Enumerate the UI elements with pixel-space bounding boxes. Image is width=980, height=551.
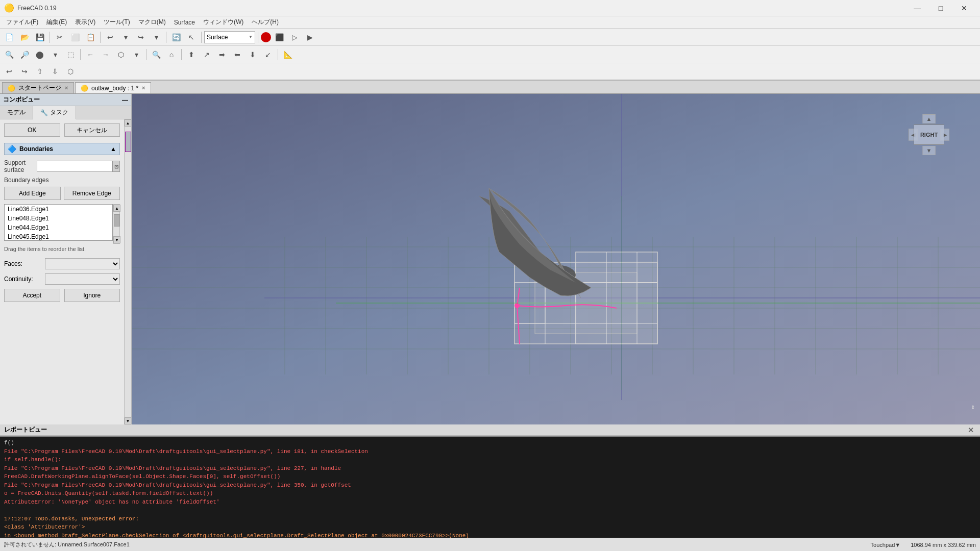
- view-right[interactable]: ➡: [215, 47, 229, 62]
- stop-button[interactable]: ⬛: [272, 30, 286, 44]
- nav-back[interactable]: ←: [83, 47, 97, 62]
- faces-select[interactable]: [45, 258, 120, 269]
- workbench-dropdown[interactable]: Surface: [204, 31, 255, 43]
- continuity-label: Continuity:: [4, 276, 45, 283]
- nav-home[interactable]: ⬡: [114, 47, 128, 62]
- nav-forward[interactable]: →: [99, 47, 113, 62]
- panel-scroll-thumb[interactable]: [125, 132, 131, 152]
- report-close-button[interactable]: ✕: [966, 425, 976, 435]
- open-button[interactable]: 📂: [17, 30, 32, 44]
- sketch-btn4[interactable]: ⇩: [48, 64, 62, 79]
- continuity-select[interactable]: [45, 273, 120, 285]
- panel-inner: OK キャンセル 🔷 Boundaries ▲ Suppor: [0, 119, 124, 424]
- menu-surface[interactable]: Surface: [170, 18, 199, 27]
- panel-scroll-up[interactable]: ▲: [125, 119, 132, 127]
- edge-list[interactable]: Line036.Edge1 Line048.Edge1 Line044.Edge…: [4, 204, 113, 241]
- edge-list-item-0[interactable]: Line036.Edge1: [5, 205, 112, 214]
- touchpad-indicator[interactable]: Touchpad▼: [871, 542, 901, 548]
- remove-edge-button[interactable]: Remove Edge: [64, 187, 120, 200]
- view-top[interactable]: ⬆: [184, 47, 199, 62]
- save-button[interactable]: 💾: [33, 30, 47, 44]
- panel-tab-task[interactable]: 🔧 タスク: [33, 106, 76, 119]
- status-text: 許可されていません: Unnamed.Surface007.Face1: [4, 541, 871, 548]
- ok-button[interactable]: OK: [4, 123, 60, 137]
- add-edge-button[interactable]: Add Edge: [4, 187, 61, 200]
- edge-scroll-thumb[interactable]: [114, 214, 120, 227]
- refresh-button[interactable]: 🔄: [169, 30, 183, 44]
- sketch-btn2[interactable]: ↪: [17, 64, 32, 79]
- panel-tab-model[interactable]: モデル: [0, 106, 33, 119]
- redo-button[interactable]: ↪: [134, 30, 148, 44]
- edge-list-item-1[interactable]: Line048.Edge1: [5, 214, 112, 223]
- window-controls: — □ ✕: [905, 0, 976, 16]
- cube-face-right[interactable]: RIGHT: [914, 124, 944, 145]
- tab-outlaw-close[interactable]: ✕: [141, 85, 145, 91]
- record-button[interactable]: [261, 32, 271, 42]
- report-view[interactable]: f() File "C:\Program Files\FreeCAD 0.19\…: [0, 436, 980, 538]
- redo-dropdown[interactable]: ▾: [149, 30, 163, 44]
- ignore-button[interactable]: Ignore: [64, 289, 120, 302]
- sketch-btn1[interactable]: ↩: [2, 64, 16, 79]
- undo-button[interactable]: ↩: [103, 30, 117, 44]
- cancel-button[interactable]: キャンセル: [64, 123, 120, 137]
- copy-button[interactable]: ⬜: [68, 30, 82, 44]
- menu-window[interactable]: ウィンドウ(W): [199, 17, 248, 28]
- toolbar-sep-4: [201, 32, 202, 43]
- bounding-box[interactable]: ⬚: [63, 47, 78, 62]
- svg-rect-29: [576, 252, 657, 283]
- view-home[interactable]: ⌂: [164, 47, 179, 62]
- draw-style[interactable]: ⬤: [33, 47, 47, 62]
- edge-list-item-3[interactable]: Line045.Edge1: [5, 232, 112, 241]
- support-surface-pick-btn[interactable]: ⊡: [112, 161, 120, 172]
- edge-list-item-2[interactable]: Line044.Edge1: [5, 223, 112, 232]
- tab-startpage-icon: 🟡: [8, 85, 15, 92]
- tab-startpage-close[interactable]: ✕: [64, 85, 68, 91]
- draw-style-dropdown[interactable]: ▾: [48, 47, 62, 62]
- new-button[interactable]: 📄: [2, 30, 16, 44]
- measure-tool[interactable]: 📐: [281, 47, 295, 62]
- toolbar-sep-3: [166, 32, 166, 43]
- cursor-button[interactable]: ↖: [184, 30, 199, 44]
- view-rear[interactable]: ↙: [261, 47, 275, 62]
- undo-dropdown[interactable]: ▾: [118, 30, 133, 44]
- edge-scroll-up[interactable]: ▲: [113, 205, 120, 212]
- menu-tools[interactable]: ツール(T): [100, 17, 134, 28]
- panel-scroll-down[interactable]: ▼: [125, 417, 132, 424]
- support-surface-label: Support surface: [4, 159, 37, 173]
- zoom-all[interactable]: 🔍: [2, 47, 16, 62]
- view-left[interactable]: ⬅: [230, 47, 244, 62]
- orientation-cube[interactable]: ▲ ▼ ◀ ▶ RIGHT: [909, 114, 949, 155]
- play-button[interactable]: ▶: [303, 30, 317, 44]
- section-collapse-btn[interactable]: ▲: [110, 145, 116, 153]
- view-bottom[interactable]: ⬇: [246, 47, 260, 62]
- zoom-fit[interactable]: 🔍: [149, 47, 163, 62]
- nav-arrow-up[interactable]: ▲: [923, 114, 936, 123]
- menu-view[interactable]: 表示(V): [71, 17, 100, 28]
- cut-button[interactable]: ✂: [53, 30, 67, 44]
- nav-home-dropdown[interactable]: ▾: [129, 47, 143, 62]
- close-button[interactable]: ✕: [952, 0, 976, 16]
- statusbar: 許可されていません: Unnamed.Surface007.Face1 Touc…: [0, 538, 980, 551]
- support-surface-input[interactable]: [37, 161, 112, 172]
- maximize-button[interactable]: □: [929, 0, 952, 16]
- menu-edit[interactable]: 編集(E): [42, 17, 71, 28]
- accept-button[interactable]: Accept: [4, 289, 60, 302]
- paste-button[interactable]: 📋: [83, 30, 97, 44]
- panel-collapse-icon[interactable]: —: [122, 96, 128, 104]
- menu-help[interactable]: ヘルプ(H): [248, 17, 283, 28]
- tab-startpage[interactable]: 🟡 スタートページ ✕: [2, 82, 74, 93]
- boundaries-section-header: 🔷 Boundaries ▲: [4, 143, 120, 155]
- menu-file[interactable]: ファイル(F): [2, 17, 42, 28]
- edge-scroll-down[interactable]: ▼: [113, 236, 120, 243]
- tab-outlaw-body[interactable]: 🟡 outlaw_body : 1 * ✕: [75, 82, 151, 93]
- viewport-area[interactable]: ▲ ▼ ◀ ▶ RIGHT ⇔: [132, 94, 980, 424]
- macro-button[interactable]: ▷: [287, 30, 302, 44]
- sketch-btn5[interactable]: ⬡: [63, 64, 78, 79]
- report-line-4: FreeCAD.DraftWorkingPlane.alignToFace(se…: [4, 472, 976, 481]
- nav-arrow-down[interactable]: ▼: [923, 146, 936, 155]
- minimize-button[interactable]: —: [905, 0, 929, 16]
- zoom-select[interactable]: 🔎: [17, 47, 32, 62]
- menu-macro[interactable]: マクロ(M): [134, 17, 170, 28]
- view-front[interactable]: ↗: [200, 47, 214, 62]
- sketch-btn3[interactable]: ⇧: [33, 64, 47, 79]
